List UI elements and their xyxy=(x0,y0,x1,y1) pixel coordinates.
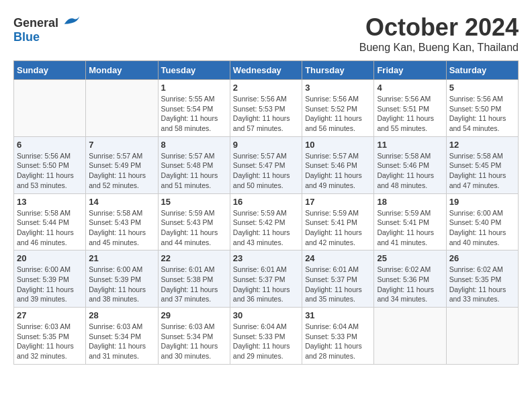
day-number: 17 xyxy=(305,197,371,207)
calendar-week-row: 27Sunrise: 6:03 AMSunset: 5:35 PMDayligh… xyxy=(14,308,519,365)
day-number: 18 xyxy=(377,197,443,207)
calendar-day-cell: 31Sunrise: 6:04 AMSunset: 5:33 PMDayligh… xyxy=(302,308,374,365)
day-number: 19 xyxy=(449,197,515,207)
logo-bird-icon xyxy=(62,13,82,27)
calendar-day-cell: 3Sunrise: 5:56 AMSunset: 5:52 PMDaylight… xyxy=(302,80,374,137)
day-number: 27 xyxy=(17,310,83,320)
calendar-day-cell: 7Sunrise: 5:57 AMSunset: 5:49 PMDaylight… xyxy=(86,136,158,193)
calendar-day-cell: 21Sunrise: 6:00 AMSunset: 5:39 PMDayligh… xyxy=(86,250,158,308)
weekday-header-wednesday: Wednesday xyxy=(230,61,302,80)
day-info: Sunrise: 5:59 AMSunset: 5:42 PMDaylight:… xyxy=(233,208,299,248)
calendar-day-cell xyxy=(86,80,158,137)
calendar-day-cell: 28Sunrise: 6:03 AMSunset: 5:34 PMDayligh… xyxy=(86,308,158,365)
calendar-day-cell: 29Sunrise: 6:03 AMSunset: 5:34 PMDayligh… xyxy=(158,308,230,365)
month-title: October 2024 xyxy=(359,13,519,42)
day-number: 21 xyxy=(89,253,154,263)
day-info: Sunrise: 6:03 AMSunset: 5:34 PMDaylight:… xyxy=(89,322,154,361)
day-number: 29 xyxy=(161,310,227,320)
day-info: Sunrise: 5:56 AMSunset: 5:52 PMDaylight:… xyxy=(305,94,371,134)
day-number: 23 xyxy=(233,253,299,263)
day-number: 5 xyxy=(449,83,515,93)
logo-text-block: General Blue xyxy=(13,13,82,44)
calendar-day-cell: 16Sunrise: 5:59 AMSunset: 5:42 PMDayligh… xyxy=(230,193,302,250)
day-number: 8 xyxy=(161,140,227,150)
calendar-day-cell: 13Sunrise: 5:58 AMSunset: 5:44 PMDayligh… xyxy=(14,193,86,250)
day-info: Sunrise: 5:56 AMSunset: 5:50 PMDaylight:… xyxy=(17,151,83,191)
day-info: Sunrise: 6:04 AMSunset: 5:33 PMDaylight:… xyxy=(305,322,371,361)
logo: General Blue xyxy=(13,13,82,44)
day-info: Sunrise: 5:58 AMSunset: 5:46 PMDaylight:… xyxy=(377,151,443,191)
day-number: 22 xyxy=(161,253,227,263)
day-number: 14 xyxy=(89,197,154,207)
day-number: 28 xyxy=(89,310,154,320)
day-info: Sunrise: 5:59 AMSunset: 5:41 PMDaylight:… xyxy=(305,208,371,248)
weekday-header-monday: Monday xyxy=(86,61,158,80)
day-number: 15 xyxy=(161,197,227,207)
calendar-day-cell: 26Sunrise: 6:02 AMSunset: 5:35 PMDayligh… xyxy=(446,250,518,308)
calendar-day-cell: 30Sunrise: 6:04 AMSunset: 5:33 PMDayligh… xyxy=(230,308,302,365)
day-number: 3 xyxy=(305,83,371,93)
day-number: 12 xyxy=(449,140,515,150)
calendar-day-cell: 5Sunrise: 5:56 AMSunset: 5:50 PMDaylight… xyxy=(446,80,518,137)
calendar-day-cell: 27Sunrise: 6:03 AMSunset: 5:35 PMDayligh… xyxy=(14,308,86,365)
day-info: Sunrise: 5:56 AMSunset: 5:51 PMDaylight:… xyxy=(377,94,443,134)
day-number: 2 xyxy=(233,83,299,93)
day-info: Sunrise: 6:04 AMSunset: 5:33 PMDaylight:… xyxy=(233,322,299,361)
calendar-day-cell: 22Sunrise: 6:01 AMSunset: 5:38 PMDayligh… xyxy=(158,250,230,308)
day-info: Sunrise: 5:56 AMSunset: 5:50 PMDaylight:… xyxy=(449,94,515,134)
day-info: Sunrise: 5:57 AMSunset: 5:49 PMDaylight:… xyxy=(89,151,154,191)
day-info: Sunrise: 6:00 AMSunset: 5:39 PMDaylight:… xyxy=(89,265,154,304)
day-number: 30 xyxy=(233,310,299,320)
calendar-day-cell: 17Sunrise: 5:59 AMSunset: 5:41 PMDayligh… xyxy=(302,193,374,250)
calendar-day-cell: 9Sunrise: 5:57 AMSunset: 5:47 PMDaylight… xyxy=(230,136,302,193)
day-info: Sunrise: 5:56 AMSunset: 5:53 PMDaylight:… xyxy=(233,94,299,134)
page-header: General Blue October 2024 Bueng Kan, Bue… xyxy=(13,13,519,54)
calendar-day-cell: 12Sunrise: 5:58 AMSunset: 5:45 PMDayligh… xyxy=(446,136,518,193)
calendar-day-cell: 11Sunrise: 5:58 AMSunset: 5:46 PMDayligh… xyxy=(374,136,446,193)
day-info: Sunrise: 6:02 AMSunset: 5:35 PMDaylight:… xyxy=(449,265,515,304)
day-info: Sunrise: 5:57 AMSunset: 5:47 PMDaylight:… xyxy=(233,151,299,191)
calendar-day-cell: 4Sunrise: 5:56 AMSunset: 5:51 PMDaylight… xyxy=(374,80,446,137)
calendar-day-cell xyxy=(446,308,518,365)
day-number: 11 xyxy=(377,140,443,150)
weekday-header-sunday: Sunday xyxy=(14,61,86,80)
day-number: 10 xyxy=(305,140,371,150)
calendar-week-row: 13Sunrise: 5:58 AMSunset: 5:44 PMDayligh… xyxy=(14,193,519,250)
calendar-day-cell: 1Sunrise: 5:55 AMSunset: 5:54 PMDaylight… xyxy=(158,80,230,137)
calendar-day-cell: 24Sunrise: 6:01 AMSunset: 5:37 PMDayligh… xyxy=(302,250,374,308)
day-number: 13 xyxy=(17,197,83,207)
day-number: 16 xyxy=(233,197,299,207)
calendar-week-row: 20Sunrise: 6:00 AMSunset: 5:39 PMDayligh… xyxy=(14,250,519,308)
weekday-header-tuesday: Tuesday xyxy=(158,61,230,80)
day-number: 1 xyxy=(161,83,227,93)
day-info: Sunrise: 5:59 AMSunset: 5:43 PMDaylight:… xyxy=(161,208,227,248)
day-number: 4 xyxy=(377,83,443,93)
day-info: Sunrise: 6:03 AMSunset: 5:34 PMDaylight:… xyxy=(161,322,227,361)
day-info: Sunrise: 5:58 AMSunset: 5:45 PMDaylight:… xyxy=(449,151,515,191)
day-info: Sunrise: 6:02 AMSunset: 5:36 PMDaylight:… xyxy=(377,265,443,304)
calendar-week-row: 6Sunrise: 5:56 AMSunset: 5:50 PMDaylight… xyxy=(14,136,519,193)
weekday-header-thursday: Thursday xyxy=(302,61,374,80)
calendar-week-row: 1Sunrise: 5:55 AMSunset: 5:54 PMDaylight… xyxy=(14,80,519,137)
day-number: 6 xyxy=(17,140,83,150)
weekday-header-friday: Friday xyxy=(374,61,446,80)
calendar-day-cell: 2Sunrise: 5:56 AMSunset: 5:53 PMDaylight… xyxy=(230,80,302,137)
calendar-day-cell: 23Sunrise: 6:01 AMSunset: 5:37 PMDayligh… xyxy=(230,250,302,308)
weekday-header-saturday: Saturday xyxy=(446,61,518,80)
calendar-day-cell xyxy=(14,80,86,137)
day-info: Sunrise: 5:59 AMSunset: 5:41 PMDaylight:… xyxy=(377,208,443,248)
location: Bueng Kan, Bueng Kan, Thailand xyxy=(359,42,519,54)
calendar-header-row: SundayMondayTuesdayWednesdayThursdayFrid… xyxy=(14,61,519,80)
day-number: 20 xyxy=(17,253,83,263)
day-number: 9 xyxy=(233,140,299,150)
calendar-day-cell: 6Sunrise: 5:56 AMSunset: 5:50 PMDaylight… xyxy=(14,136,86,193)
day-info: Sunrise: 6:00 AMSunset: 5:40 PMDaylight:… xyxy=(449,208,515,248)
logo-blue: Blue xyxy=(13,30,40,44)
day-number: 25 xyxy=(377,253,443,263)
day-number: 24 xyxy=(305,253,371,263)
day-info: Sunrise: 6:01 AMSunset: 5:38 PMDaylight:… xyxy=(161,265,227,304)
day-info: Sunrise: 6:00 AMSunset: 5:39 PMDaylight:… xyxy=(17,265,83,304)
calendar-day-cell: 19Sunrise: 6:00 AMSunset: 5:40 PMDayligh… xyxy=(446,193,518,250)
day-info: Sunrise: 5:57 AMSunset: 5:48 PMDaylight:… xyxy=(161,151,227,191)
day-info: Sunrise: 5:58 AMSunset: 5:43 PMDaylight:… xyxy=(89,208,154,248)
